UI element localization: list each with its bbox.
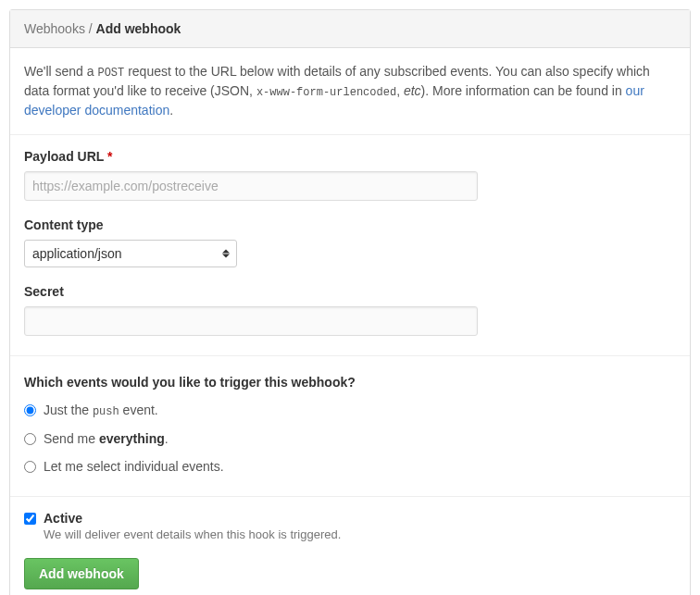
push-code: push — [93, 405, 119, 418]
events-title: Which events would you like to trigger t… — [24, 375, 676, 390]
label-text: . — [165, 431, 169, 446]
active-section: Active We will deliver event details whe… — [10, 497, 690, 595]
active-content: Active We will deliver event details whe… — [44, 511, 676, 541]
secret-label: Secret — [24, 284, 676, 299]
desc-text: . — [169, 103, 173, 118]
secret-group: Secret — [24, 284, 676, 336]
radio-everything[interactable] — [24, 433, 36, 445]
form-description: We'll send a POST request to the URL bel… — [10, 48, 690, 135]
radio-option-everything[interactable]: Send me everything. — [24, 431, 676, 446]
desc-text: , — [396, 83, 404, 98]
active-checkbox[interactable] — [24, 513, 36, 525]
secret-input[interactable] — [24, 306, 478, 336]
add-webhook-button[interactable]: Add webhook — [24, 558, 139, 589]
payload-url-label: Payload URL * — [24, 149, 676, 164]
desc-text: We'll send a — [24, 64, 97, 79]
desc-em: etc — [404, 83, 421, 98]
radio-push[interactable] — [24, 404, 36, 416]
content-type-group: Content type application/json — [24, 217, 676, 267]
label-text: Send me — [44, 431, 99, 446]
required-indicator: * — [107, 149, 112, 164]
radio-individual-label: Let me select individual events. — [44, 459, 224, 474]
active-label: Active — [44, 511, 676, 526]
content-type-select-wrap: application/json — [24, 240, 237, 267]
form-main: Payload URL * Content type application/j… — [10, 135, 690, 355]
label-text: Payload URL — [24, 149, 104, 164]
breadcrumb-parent: Webhooks — [24, 21, 85, 36]
label-strong: everything — [99, 431, 165, 446]
radio-option-push[interactable]: Just the push event. — [24, 403, 676, 418]
active-description: We will deliver event details when this … — [44, 527, 676, 541]
breadcrumb-current: Add webhook — [96, 21, 181, 36]
payload-url-input[interactable] — [24, 171, 478, 201]
radio-everything-label: Send me everything. — [44, 431, 169, 446]
payload-url-group: Payload URL * — [24, 149, 676, 201]
radio-push-label: Just the push event. — [44, 403, 158, 418]
label-text: Just the — [44, 403, 93, 417]
post-code: POST — [97, 67, 124, 80]
events-section: Which events would you like to trigger t… — [10, 356, 690, 496]
content-type-label: Content type — [24, 217, 676, 232]
content-type-select[interactable]: application/json — [24, 240, 237, 267]
radio-option-individual[interactable]: Let me select individual events. — [24, 459, 676, 474]
breadcrumb: Webhooks / Add webhook — [10, 10, 690, 48]
active-checkbox-row[interactable]: Active We will deliver event details whe… — [24, 511, 676, 541]
webhook-form-container: Webhooks / Add webhook We'll send a POST… — [9, 9, 691, 595]
urlencoded-code: x-www-form-urlencoded — [256, 86, 396, 99]
label-text: event. — [119, 403, 158, 417]
radio-individual[interactable] — [24, 461, 36, 473]
desc-text: ). More information can be found in — [421, 83, 626, 98]
